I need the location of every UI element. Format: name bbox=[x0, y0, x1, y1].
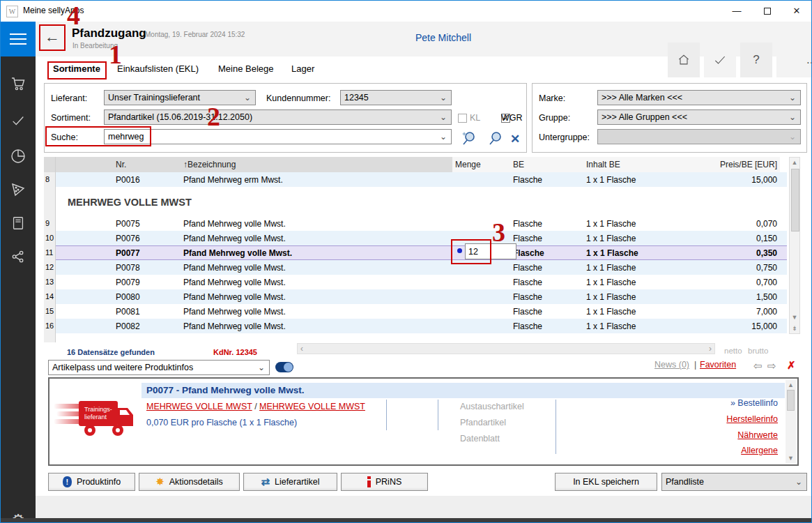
gruppe-select[interactable]: >>> Alle Gruppen <<<⌄ bbox=[597, 109, 801, 125]
table-row-selected[interactable]: 11 P0077 Pfand Mehrweg volle Mwst. Flasc… bbox=[44, 245, 787, 260]
table-row[interactable]: 9 P0075 Pfand Mehrweg volle Mwst. Flasch… bbox=[44, 216, 787, 231]
table-row[interactable]: 12 P0078 Pfand Mehrweg volle Mwst. Flasc… bbox=[44, 260, 787, 275]
minimize-button[interactable]: — bbox=[721, 1, 753, 22]
confirm-icon[interactable] bbox=[704, 43, 736, 77]
bestellinfo-link[interactable]: » Bestellinfo bbox=[730, 398, 778, 408]
scroll-right-icon[interactable]: › bbox=[709, 344, 712, 354]
infopanel-selector-value: Artikelpass und weitere Produktinfos bbox=[52, 363, 193, 372]
marke-select[interactable]: >>> Alle Marken <<<⌄ bbox=[597, 90, 801, 105]
infopanel-selector[interactable]: Artikelpass und weitere Produktinfos⌄ bbox=[48, 360, 270, 375]
warengruppe-link-2[interactable]: MEHRWEG VOLLE MWST bbox=[259, 402, 365, 411]
share-icon[interactable] bbox=[1, 245, 36, 268]
home-icon[interactable] bbox=[668, 43, 700, 77]
help-icon[interactable]: ? bbox=[740, 43, 772, 77]
allergene-link[interactable]: Allergene bbox=[741, 446, 778, 455]
search-new-icon[interactable] bbox=[461, 130, 477, 149]
col-menge[interactable]: Menge bbox=[452, 157, 510, 172]
close-button[interactable]: ✕ bbox=[781, 1, 812, 22]
customer-number-status: KdNr. 12345 bbox=[213, 348, 257, 356]
pfandartikel-label[interactable]: Pfandartikel bbox=[460, 418, 506, 427]
next-arrow-icon[interactable]: ⇨ bbox=[767, 360, 776, 372]
table-row[interactable]: 8 P0016 Pfand Mehrweg erm Mwst. Flasche … bbox=[44, 172, 787, 187]
sortiment-label: Sortiment: bbox=[51, 113, 91, 123]
prev-arrow-icon[interactable]: ⇦ bbox=[753, 360, 763, 372]
annotation-number-1: 1 bbox=[109, 41, 122, 68]
prins-button[interactable]: PRiNS bbox=[341, 473, 428, 491]
more-options-icon[interactable]: ... bbox=[776, 43, 812, 77]
col-inhalt-be[interactable]: Inhalt BE bbox=[583, 157, 716, 172]
suche-input[interactable]: mehrweg⌄ bbox=[104, 129, 452, 144]
table-row[interactable]: 14 P0080 Pfand Mehrweg volle Mwst. Flasc… bbox=[44, 289, 787, 304]
sortiment-select[interactable]: Pfandartikel (15.06.2019-31.12.2050)⌄ bbox=[104, 109, 452, 125]
netto-label[interactable]: netto bbox=[724, 347, 742, 355]
scroll-up-icon[interactable]: ▲ bbox=[790, 159, 799, 166]
lieferant-value: Unser Trainingslieferant bbox=[108, 93, 200, 103]
search-icon[interactable] bbox=[487, 130, 504, 149]
herstellerinfo-link[interactable]: Herstellerinfo bbox=[726, 414, 778, 424]
table-scrollbar[interactable]: ▲ ▼ ⇟ bbox=[789, 157, 800, 334]
datenblatt-label[interactable]: Datenblatt bbox=[460, 434, 500, 444]
product-title: P0077 - Pfand Mehrweg volle Mwst. bbox=[146, 385, 305, 395]
kundennummer-select[interactable]: 12345⌄ bbox=[340, 90, 452, 105]
page-title: Pfandzugang bbox=[72, 26, 146, 40]
clear-search-icon[interactable]: ✕ bbox=[510, 132, 520, 146]
tab-lager[interactable]: Lager bbox=[291, 63, 314, 74]
scroll-end-icon[interactable]: ⇟ bbox=[790, 325, 799, 332]
naehrwerte-link[interactable]: Nährwerte bbox=[737, 430, 778, 440]
logo-text-2: lieferant bbox=[84, 414, 107, 420]
austauschartikel-label[interactable]: Austauschartikel bbox=[460, 402, 524, 411]
marke-label: Marke: bbox=[539, 93, 565, 103]
lieferant-select[interactable]: Unser Trainingslieferant⌄ bbox=[104, 90, 256, 105]
untergruppe-select[interactable]: ⌄ bbox=[597, 129, 801, 144]
scroll-left-icon[interactable]: ‹ bbox=[300, 344, 303, 354]
in-ekl-speichern-button[interactable]: In EKL speichern bbox=[555, 473, 657, 491]
scrollbar-thumb[interactable] bbox=[791, 169, 799, 232]
bottom-bar bbox=[1, 518, 812, 523]
menu-icon[interactable] bbox=[1, 22, 36, 56]
col-bezeichnung[interactable]: ↑Bezeichnung bbox=[181, 157, 452, 172]
brutto-label[interactable]: brutto bbox=[748, 347, 768, 355]
favorites-link[interactable]: Favoriten bbox=[700, 360, 736, 370]
marke-value: >>> Alle Marken <<< bbox=[602, 93, 682, 103]
aktionsdetails-button[interactable]: ✸ Aktionsdetails bbox=[139, 473, 240, 491]
produktinfo-button[interactable]: ! Produktinfo bbox=[48, 473, 135, 491]
horizontal-scrollbar[interactable]: ‹ › bbox=[297, 343, 715, 354]
table-row[interactable]: 13 P0079 Pfand Mehrweg volle Mwst. Flasc… bbox=[44, 275, 787, 289]
infopanel-toggle[interactable] bbox=[275, 362, 293, 372]
scroll-down-icon[interactable]: ▼ bbox=[786, 455, 796, 462]
gruppe-value: >>> Alle Gruppen <<< bbox=[602, 112, 687, 122]
catalog-icon[interactable] bbox=[1, 211, 36, 235]
scroll-down-icon[interactable]: ▼ bbox=[790, 314, 799, 321]
warengruppe-link-1[interactable]: MEHRWEG VOLLE MWST bbox=[146, 402, 252, 411]
scrollbar-thumb[interactable] bbox=[787, 390, 795, 411]
pfandliste-select[interactable]: Pfandliste⌄ bbox=[661, 473, 807, 491]
panel-scrollbar[interactable]: ▲ ▼ bbox=[786, 380, 796, 463]
scroll-up-icon[interactable]: ▲ bbox=[786, 381, 796, 388]
col-be[interactable]: BE bbox=[510, 157, 583, 172]
pie-chart-icon[interactable] bbox=[1, 144, 36, 168]
table-row[interactable]: 16 P0082 Pfand Mehrweg volle Mwst. Flasc… bbox=[44, 319, 787, 333]
col-nr[interactable]: Nr. bbox=[112, 157, 181, 172]
news-link[interactable]: News (0) bbox=[654, 360, 689, 370]
close-panel-icon[interactable]: ✗ bbox=[787, 359, 796, 372]
table-row[interactable]: 10 P0076 Pfand Mehrweg volle Mwst. Flasc… bbox=[44, 231, 787, 245]
chevron-down-icon: ⌄ bbox=[244, 91, 251, 105]
user-name[interactable]: Pete Mitchell bbox=[391, 32, 496, 43]
table-row[interactable]: 15 P0081 Pfand Mehrweg volle Mwst. Flasc… bbox=[44, 304, 787, 319]
maximize-button[interactable] bbox=[751, 1, 783, 22]
lieferartikel-button[interactable]: ⇄ Lieferartikel bbox=[243, 473, 337, 491]
cart-icon[interactable] bbox=[1, 72, 36, 96]
col-preis[interactable]: Preis/BE [EUR] bbox=[716, 157, 780, 172]
warengruppe-links: MEHRWEG VOLLE MWST / MEHRWEG VOLLE MWST bbox=[146, 402, 365, 411]
kl-checkbox[interactable] bbox=[458, 114, 467, 123]
tab-meine-belege[interactable]: Meine Belege bbox=[218, 63, 274, 74]
title-bar: W Meine sellyApps — ✕ bbox=[1, 1, 812, 22]
pizza-icon[interactable] bbox=[1, 178, 36, 202]
check-icon[interactable] bbox=[1, 109, 36, 132]
wgr-checkbox-label: WGR bbox=[501, 113, 523, 123]
kundennummer-label: Kundennummer: bbox=[266, 93, 330, 103]
tab-einkaufslisten[interactable]: Einkaufslisten (EKL) bbox=[117, 63, 199, 74]
kl-checkbox-label: KL bbox=[470, 113, 480, 123]
annotation-number-2: 2 bbox=[207, 103, 220, 130]
price-per-unit: 0,070 EUR pro Flasche (1 x 1 Flasche) bbox=[146, 418, 297, 427]
